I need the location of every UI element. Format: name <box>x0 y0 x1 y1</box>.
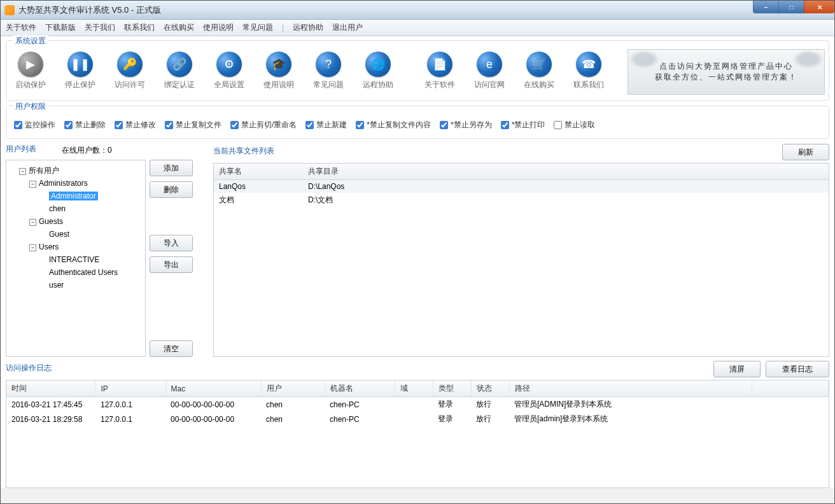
menu-about-us[interactable]: 关于我们 <box>85 22 115 33</box>
tree-user[interactable]: user <box>49 281 64 290</box>
tool-关于软件[interactable]: 📄关于软件 <box>421 52 459 90</box>
perm-checkbox[interactable] <box>14 121 22 129</box>
tool-label: 全局设置 <box>210 80 248 90</box>
perm-checkbox[interactable] <box>230 121 239 129</box>
share-list[interactable]: 共享名 共享目录 LanQosD:\LanQos文档D:\文档 <box>213 163 829 357</box>
tool-常见问题[interactable]: ?常见问题 <box>309 52 347 90</box>
close-button[interactable]: ✕ <box>804 1 834 13</box>
log-col-user[interactable]: 用户 <box>261 381 325 397</box>
perm-禁止读取[interactable]: 禁止读取 <box>554 120 595 130</box>
menu-contact[interactable]: 联系我们 <box>124 22 155 33</box>
log-col-domain[interactable]: 域 <box>395 381 433 397</box>
menu-instructions[interactable]: 使用说明 <box>203 22 234 33</box>
tree-toggle-icon[interactable]: − <box>29 244 36 251</box>
tree-user[interactable]: Administrator <box>49 192 98 200</box>
log-col-ip[interactable]: IP <box>95 381 165 397</box>
window-title: 大势至共享文件审计系统 V5.0 - 正式版 <box>18 4 161 16</box>
menubar: 关于软件 下载新版 关于我们 联系我们 在线购买 使用说明 常见问题 | 远程协… <box>1 20 834 36</box>
share-row[interactable]: LanQosD:\LanQos <box>214 180 829 193</box>
perm-禁止修改[interactable]: 禁止修改 <box>115 120 156 130</box>
perm-禁止剪切/重命名[interactable]: 禁止剪切/重命名 <box>230 120 297 130</box>
log-col-mac[interactable]: Mac <box>165 381 261 397</box>
tool-停止保护[interactable]: ❚❚停止保护 <box>61 52 99 90</box>
titlebar: 大势至共享文件审计系统 V5.0 - 正式版 – □ ✕ <box>1 1 834 20</box>
perm-禁止复制文件[interactable]: 禁止复制文件 <box>165 120 221 130</box>
tree-toggle-icon[interactable]: − <box>29 219 36 226</box>
view-log-button[interactable]: 查看日志 <box>766 361 829 377</box>
tool-启动保护[interactable]: ▶启动保护 <box>11 52 50 90</box>
add-button[interactable]: 添加 <box>150 160 193 176</box>
tool-在线购买[interactable]: 🛒在线购买 <box>520 52 558 90</box>
perm-禁止删除[interactable]: 禁止删除 <box>64 120 106 130</box>
tool-使用说明[interactable]: 🎓使用说明 <box>260 52 298 90</box>
minimize-button[interactable]: – <box>753 1 778 13</box>
tool-label: 联系我们 <box>570 80 608 90</box>
perm-*禁止打印[interactable]: *禁止打印 <box>501 120 545 130</box>
tool-label: 关于软件 <box>421 80 459 90</box>
tool-绑定认证[interactable]: 🔗绑定认证 <box>160 52 199 90</box>
tree-toggle-icon[interactable]: − <box>19 168 26 175</box>
log-row[interactable]: 2016-03-21 18:29:58127.0.0.100-00-00-00-… <box>6 412 829 426</box>
tool-label: 访问官网 <box>470 80 509 90</box>
perm-checkbox[interactable] <box>501 121 509 129</box>
share-row[interactable]: 文档D:\文档 <box>214 193 829 207</box>
tool-联系我们[interactable]: ☎联系我们 <box>570 52 608 90</box>
menu-about-software[interactable]: 关于软件 <box>6 22 36 33</box>
delete-button[interactable]: 删除 <box>150 181 193 198</box>
perm-checkbox[interactable] <box>64 121 73 129</box>
tool-label: 常见问题 <box>309 80 347 90</box>
tool-访问许可[interactable]: 🔑访问许可 <box>111 52 149 90</box>
user-tree[interactable]: −所有用户−AdministratorsAdministratorchen−Gu… <box>6 160 146 357</box>
tree-group[interactable]: Administrators <box>39 179 88 188</box>
menu-faq[interactable]: 常见问题 <box>242 22 273 33</box>
perm-checkbox[interactable] <box>356 121 364 129</box>
tool-icon: ? <box>316 52 341 77</box>
perm-checkbox[interactable] <box>440 121 448 129</box>
perm-*禁止另存为[interactable]: *禁止另存为 <box>440 120 492 130</box>
tool-label: 使用说明 <box>260 80 298 90</box>
menu-logout[interactable]: 退出用户 <box>332 22 363 33</box>
log-col-status[interactable]: 状态 <box>471 381 509 397</box>
clear-button[interactable]: 清空 <box>150 340 193 357</box>
log-col-path[interactable]: 路径 <box>509 381 752 397</box>
share-panel: 当前共享文件列表 刷新 共享名 共享目录 LanQosD:\LanQos文档D:… <box>213 144 829 357</box>
tool-全局设置[interactable]: ⚙全局设置 <box>210 52 248 90</box>
maximize-button[interactable]: □ <box>778 1 804 13</box>
banner[interactable]: 点击访问大势至网络管理产品中心 获取全方位、一站式网络管理方案！ <box>628 49 825 95</box>
perm-checkbox[interactable] <box>554 121 562 129</box>
perm-监控操作[interactable]: 监控操作 <box>14 120 55 130</box>
log-table-wrap[interactable]: 时间 IP Mac 用户 机器名 域 类型 状态 路径 2016-03-21 1… <box>6 380 829 488</box>
tree-user[interactable]: INTERACTIVE <box>49 255 99 264</box>
tool-远程协助[interactable]: 🌐远程协助 <box>359 52 397 90</box>
menu-download[interactable]: 下载新版 <box>45 22 76 33</box>
window-buttons: – □ ✕ <box>753 1 834 13</box>
tool-访问官网[interactable]: e访问官网 <box>470 52 509 90</box>
perm-checkbox[interactable] <box>115 121 123 129</box>
share-col-name[interactable]: 共享名 <box>214 164 303 180</box>
export-button[interactable]: 导出 <box>150 256 193 273</box>
menu-remote[interactable]: 远程协助 <box>293 22 323 33</box>
toolbar-left: ▶启动保护❚❚停止保护🔑访问许可🔗绑定认证⚙全局设置🎓使用说明?常见问题🌐远程协… <box>6 52 402 90</box>
log-col-time[interactable]: 时间 <box>6 381 95 397</box>
tree-toggle-icon[interactable]: − <box>29 181 36 188</box>
main-content: 系统设置 ▶启动保护❚❚停止保护🔑访问许可🔗绑定认证⚙全局设置🎓使用说明?常见问… <box>1 36 834 488</box>
perm-checkbox[interactable] <box>305 121 314 129</box>
refresh-button[interactable]: 刷新 <box>782 144 829 160</box>
log-col-host[interactable]: 机器名 <box>325 381 395 397</box>
tree-user[interactable]: Authenticated Users <box>49 268 118 277</box>
perm-禁止新建[interactable]: 禁止新建 <box>305 120 347 130</box>
clear-log-button[interactable]: 清屏 <box>713 361 761 377</box>
import-button[interactable]: 导入 <box>150 235 193 251</box>
log-col-type[interactable]: 类型 <box>433 381 471 397</box>
menu-buy[interactable]: 在线购买 <box>164 22 194 33</box>
tree-user[interactable]: Guest <box>49 230 69 239</box>
perm-checkbox[interactable] <box>165 121 173 129</box>
tree-root-label[interactable]: 所有用户 <box>29 166 59 175</box>
user-list-title: 用户列表 <box>6 144 36 155</box>
tree-group[interactable]: Guests <box>39 217 63 226</box>
log-row[interactable]: 2016-03-21 17:45:45127.0.0.100-00-00-00-… <box>6 397 829 412</box>
tree-user[interactable]: chen <box>49 204 66 213</box>
perm-*禁止复制文件内容[interactable]: *禁止复制文件内容 <box>356 120 431 130</box>
tree-group[interactable]: Users <box>39 242 59 251</box>
share-col-path[interactable]: 共享目录 <box>303 164 507 180</box>
